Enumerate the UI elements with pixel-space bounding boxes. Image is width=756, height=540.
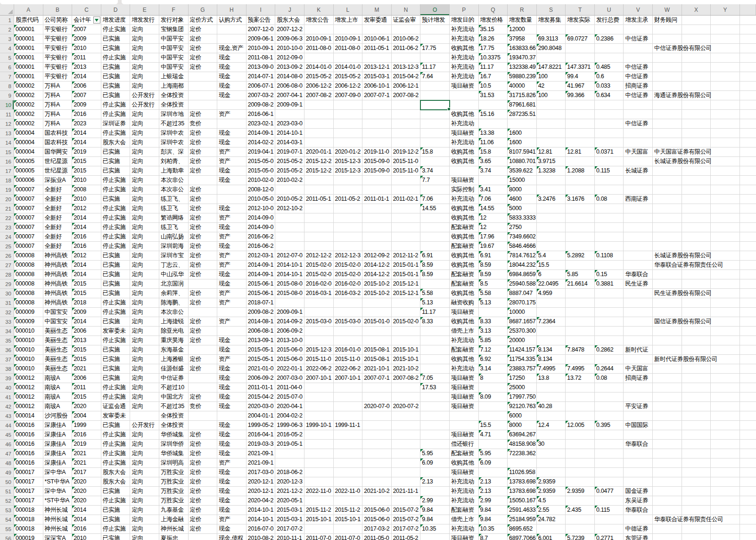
cell-O28[interactable]: 8.59 <box>420 270 450 279</box>
cell-C50[interactable]: 2020 <box>72 477 101 487</box>
cell-W51[interactable] <box>653 487 682 496</box>
cell-U5[interactable] <box>595 53 624 63</box>
cell-K48[interactable] <box>304 458 334 468</box>
cell-K2[interactable] <box>304 25 334 34</box>
cell-F55[interactable]: 神州长城 <box>159 524 189 534</box>
cell-F12[interactable]: 不超过35 <box>159 119 189 129</box>
cell-J23[interactable] <box>275 223 304 232</box>
cell-A1[interactable]: 股票代码 <box>14 16 43 25</box>
cell-U17[interactable]: 0.115 <box>595 166 624 176</box>
cell-S55[interactable] <box>537 524 566 534</box>
cell-D21[interactable]: 停止实施 <box>101 204 131 213</box>
cell-P35[interactable]: 补充流动 <box>450 336 479 345</box>
cell-A30[interactable]: 000008 <box>14 289 43 298</box>
cell-K4[interactable]: 2011-08-0 <box>304 44 334 53</box>
cell-B3[interactable]: 平安银行 <box>43 34 73 44</box>
cell-X3[interactable] <box>682 34 711 44</box>
cell-D43[interactable]: 发审委未 <box>101 411 131 421</box>
cell-L38[interactable]: 2022-06-2 <box>334 364 363 374</box>
cell-U36[interactable]: 0.2862 <box>595 345 624 355</box>
cell-G37[interactable]: 定价 <box>189 355 218 364</box>
cell-M51[interactable]: 2021-10-2 <box>362 487 392 496</box>
cell-A49[interactable]: 000017 <box>14 468 43 477</box>
cell-P45[interactable]: 项目融资 <box>450 430 479 440</box>
cell-R32[interactable]: 10000 <box>508 308 537 317</box>
cell-H28[interactable]: 现金 <box>217 270 247 279</box>
cell-I24[interactable]: 2016-06-2 <box>247 232 276 242</box>
cell-A8[interactable]: 000002 <box>14 82 43 91</box>
cell-E26[interactable]: 定向 <box>130 251 159 261</box>
cell-U42[interactable] <box>595 402 624 411</box>
cell-K50[interactable] <box>304 477 334 487</box>
cell-F19[interactable]: 本次非公 <box>159 185 189 195</box>
cell-H33[interactable]: 资产 <box>217 317 247 327</box>
cell-G2[interactable]: 定价 <box>189 25 218 34</box>
cell-I27[interactable]: 2014-09-1 <box>247 261 276 270</box>
cell-K31[interactable] <box>304 298 334 308</box>
cell-F5[interactable]: 中国平安 <box>159 53 189 63</box>
cell-B47[interactable]: 深康佳A <box>43 449 73 458</box>
cell-M49[interactable] <box>362 468 392 477</box>
cell-L27[interactable]: 2015-02-0 <box>334 261 363 270</box>
cell-L29[interactable]: 2016-02-0 <box>334 279 363 289</box>
cell-L10[interactable] <box>334 100 363 110</box>
cell-H54[interactable]: 资产 <box>217 515 247 524</box>
cell-W25[interactable] <box>653 242 682 251</box>
cell-M20[interactable]: 2011-01-1 <box>362 195 392 204</box>
cell-J51[interactable]: 2021-12-2 <box>275 487 304 496</box>
cell-M33[interactable]: 2015-01-0 <box>362 317 392 327</box>
cell-V54[interactable] <box>624 515 653 524</box>
cell-J42[interactable]: 2020-04-1 <box>275 402 304 411</box>
cell-S32[interactable] <box>537 308 566 317</box>
cell-U56[interactable]: 0.2771 <box>595 534 624 540</box>
cell-Q44[interactable]: 15.5 <box>479 421 508 430</box>
cell-Y22[interactable] <box>711 213 740 223</box>
cell-G50[interactable]: 定价 <box>189 477 218 487</box>
cell-Y51[interactable] <box>711 487 740 496</box>
cell-N51[interactable]: 2021-11-1 <box>392 487 421 496</box>
cell-S44[interactable]: 12.4 <box>537 421 566 430</box>
cell-Q6[interactable]: 11.17 <box>479 63 508 72</box>
cell-R39[interactable]: 17250 <box>508 374 537 383</box>
cell-Q47[interactable]: 5.95 <box>479 449 508 458</box>
cell-A37[interactable]: 000010 <box>14 355 43 364</box>
cell-P25[interactable]: 配套融资 <box>450 242 479 251</box>
cell-F16[interactable]: 刘柏青、 <box>159 157 189 166</box>
cell-O52[interactable]: 2.99 <box>420 496 450 506</box>
cell-R24[interactable]: 7349.6602 <box>508 232 537 242</box>
cell-P26[interactable]: 收购其他 <box>450 251 479 261</box>
cell-D35[interactable]: 停止实施 <box>101 336 131 345</box>
cell-A32[interactable]: 000009 <box>14 308 43 317</box>
cell-L21[interactable] <box>334 204 363 213</box>
cell-B26[interactable]: 神州高铁 <box>43 251 73 261</box>
cell-K28[interactable]: 2015-02-0 <box>304 270 334 279</box>
cell-N6[interactable]: 2013-12-3 <box>392 63 421 72</box>
cell-F53[interactable]: 九泰基金 <box>159 506 189 515</box>
cell-A44[interactable]: 000016 <box>14 421 43 430</box>
cell-U35[interactable] <box>595 336 624 345</box>
cell-N5[interactable] <box>392 53 421 63</box>
cell-M1[interactable]: 发审委通 <box>362 16 392 25</box>
cell-A24[interactable]: 000007 <box>14 232 43 242</box>
cell-O33[interactable]: 8.33 <box>420 317 450 327</box>
cell-F27[interactable]: 丁志云、 <box>159 261 189 270</box>
column-header-W[interactable]: W <box>653 4 682 15</box>
cell-H46[interactable]: 现金 <box>217 440 247 449</box>
cell-A17[interactable]: 000005 <box>14 166 43 176</box>
cell-B53[interactable]: 神州长城 <box>43 506 73 515</box>
cell-F1[interactable]: 发行对象 <box>159 16 189 25</box>
cell-Q8[interactable]: 10.5 <box>479 82 508 91</box>
cell-Q3[interactable]: 18.26 <box>479 34 508 44</box>
cell-O15[interactable]: 15.8 <box>420 147 450 157</box>
cell-S1[interactable]: 增发募集 <box>537 16 566 25</box>
cell-L48[interactable] <box>334 458 363 468</box>
cell-H51[interactable]: 现金 <box>217 487 247 496</box>
cell-A38[interactable]: 000010 <box>14 364 43 374</box>
cell-O29[interactable] <box>420 279 450 289</box>
cell-F56[interactable]: 夏振忠、 <box>159 534 189 540</box>
cell-I31[interactable]: 2018-07-1 <box>247 298 276 308</box>
cell-E39[interactable]: 定向 <box>130 374 159 383</box>
cell-P53[interactable]: 配套融资 <box>450 506 479 515</box>
column-header-Q[interactable]: Q <box>479 4 508 15</box>
cell-D31[interactable]: 停止实施 <box>101 298 131 308</box>
